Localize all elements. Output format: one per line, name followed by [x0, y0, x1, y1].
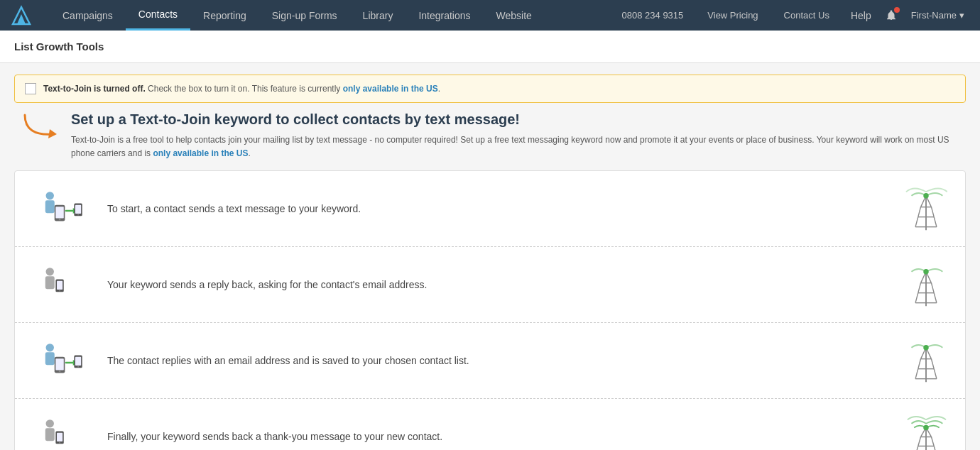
svg-line-56 [915, 369, 918, 379]
svg-line-57 [934, 369, 937, 379]
svg-line-54 [918, 359, 921, 369]
user-menu[interactable]: First-Name ▾ [903, 10, 973, 21]
main-heading: Set up a Text-to-Join keyword to collect… [71, 111, 959, 128]
heading-section: Set up a Text-to-Join keyword to collect… [14, 111, 966, 160]
nav-integrations[interactable]: Integrations [405, 0, 483, 31]
view-pricing-link[interactable]: View Pricing [695, 0, 771, 31]
svg-rect-42 [55, 358, 63, 370]
nav-library[interactable]: Library [350, 0, 406, 31]
svg-rect-62 [57, 433, 62, 441]
svg-rect-46 [75, 357, 81, 366]
step-3-text: The contact replies with an email addres… [93, 355, 901, 366]
svg-rect-26 [57, 281, 62, 290]
svg-point-74 [923, 425, 928, 430]
svg-point-58 [923, 345, 928, 350]
nav-contacts[interactable]: Contacts [126, 0, 190, 31]
svg-rect-4 [45, 200, 54, 213]
svg-line-37 [934, 293, 937, 303]
notification-badge [894, 7, 900, 13]
svg-rect-40 [45, 352, 54, 365]
svg-point-11 [77, 214, 79, 216]
svg-line-73 [934, 446, 937, 450]
svg-point-47 [77, 366, 79, 368]
contact-us-link[interactable]: Contact Us [771, 0, 842, 31]
page-title: List Growth Tools [14, 40, 104, 53]
heading-text: Set up a Text-to-Join keyword to collect… [71, 111, 959, 160]
notifications-bell[interactable] [880, 4, 903, 27]
warning-text: Text-to-Join is turned off. Check the bo… [43, 82, 440, 95]
page-content: Text-to-Join is turned off. Check the bo… [0, 63, 980, 450]
svg-point-59 [45, 419, 53, 427]
phone-number: 0808 234 9315 [611, 0, 695, 31]
chevron-down-icon: ▾ [959, 10, 964, 21]
svg-rect-60 [45, 428, 54, 441]
step-4-tower [901, 412, 951, 450]
svg-point-3 [45, 192, 53, 199]
help-link[interactable]: Help [842, 0, 880, 31]
svg-line-36 [915, 293, 918, 303]
svg-line-71 [931, 437, 934, 446]
svg-line-21 [934, 217, 937, 227]
step-1-tower [901, 184, 951, 234]
svg-line-20 [915, 217, 918, 227]
step-3-icon [29, 338, 93, 384]
svg-point-7 [58, 219, 60, 220]
svg-point-23 [45, 268, 53, 275]
svg-point-22 [923, 193, 928, 198]
step-3-tower [901, 336, 951, 385]
page-header: List Growth Tools [0, 31, 980, 63]
svg-line-55 [931, 359, 934, 369]
nav-reporting[interactable]: Reporting [190, 0, 259, 31]
svg-marker-1 [17, 14, 26, 24]
nav-signup-forms[interactable]: Sign-up Forms [259, 0, 350, 31]
logo[interactable] [7, 1, 36, 30]
warning-banner: Text-to-Join is turned off. Check the bo… [14, 75, 966, 103]
step-2-text: Your keyword sends a reply back, asking … [93, 279, 901, 290]
svg-rect-10 [75, 205, 81, 214]
nav-right: 0808 234 9315 View Pricing Contact Us He… [611, 0, 973, 31]
step-4: Finally, your keyword sends back a thank… [15, 399, 965, 450]
nav-links: Campaigns Contacts Reporting Sign-up For… [50, 0, 611, 31]
svg-point-43 [58, 371, 60, 372]
nav-campaigns[interactable]: Campaigns [50, 0, 126, 31]
step-1-icon [29, 186, 93, 232]
svg-rect-6 [55, 207, 63, 218]
svg-marker-2 [48, 129, 57, 138]
svg-line-35 [931, 283, 934, 293]
svg-point-27 [59, 290, 60, 292]
navbar: Campaigns Contacts Reporting Sign-up For… [0, 0, 980, 31]
svg-point-63 [59, 442, 60, 444]
step-1-text: To start, a contact sends a text message… [93, 203, 901, 214]
nav-website[interactable]: Website [484, 0, 545, 31]
turn-on-checkbox[interactable] [25, 83, 36, 94]
step-2-icon [29, 262, 93, 308]
svg-line-70 [918, 437, 921, 446]
step-3: The contact replies with an email addres… [15, 323, 965, 399]
step-1: To start, a contact sends a text message… [15, 171, 965, 247]
step-4-icon [29, 414, 93, 450]
svg-line-34 [918, 283, 921, 293]
step-2: Your keyword sends a reply back, asking … [15, 247, 965, 323]
svg-rect-24 [45, 276, 54, 289]
steps-container: To start, a contact sends a text message… [14, 170, 966, 450]
svg-line-19 [931, 207, 934, 217]
arrow-decoration [21, 111, 64, 140]
svg-line-72 [915, 446, 918, 450]
step-2-tower [901, 260, 951, 309]
svg-point-39 [45, 344, 53, 351]
svg-point-38 [923, 269, 928, 274]
step-4-text: Finally, your keyword sends back a thank… [93, 431, 901, 442]
sub-text: Text-to-Join is a free tool to help cont… [71, 133, 959, 160]
svg-line-18 [918, 207, 921, 217]
